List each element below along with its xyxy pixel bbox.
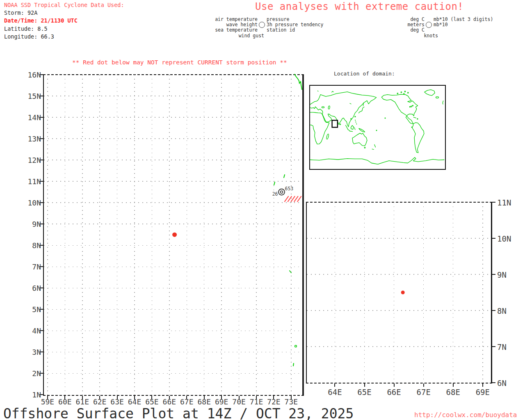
zoom-map-vgrid-66E — [394, 202, 395, 383]
domain-location-map — [309, 85, 446, 170]
zoom-map-ylabel-10N: 10N — [497, 234, 525, 243]
hispaniola — [417, 119, 418, 119]
storm-info-line-3: Latitude: 8.5 — [4, 25, 48, 33]
zoom-map-ytick-7N — [492, 346, 495, 347]
zoom-map-vgrid-64E — [335, 202, 336, 383]
north-america-coastline — [381, 94, 418, 124]
main-map-hgrid-13N — [44, 138, 302, 139]
zoom-map-ylabel-8N: 8N — [497, 306, 525, 315]
main-map-ylabel-16N: 16N — [12, 71, 41, 79]
lake-baikal — [350, 103, 351, 104]
australia-coastline — [352, 133, 367, 146]
zoom-map-ytick-10N — [492, 238, 495, 239]
tasmania — [364, 147, 365, 148]
offshore-surface-plot-page: Use analyses with extreme caution! ** Re… — [0, 0, 525, 420]
new-guinea — [359, 128, 365, 132]
station-legend-left-3: wind gust — [174, 33, 264, 39]
main-map-ylabel-2N: 2N — [12, 369, 41, 378]
main-map-hgrid-3N — [44, 352, 302, 353]
novaya-zemlya — [332, 91, 333, 92]
station-legend-left-2: sea temperature — [167, 27, 258, 33]
storm-info-line-1: Storm: 92A — [4, 9, 37, 17]
main-map-ylabel-8N: 8N — [12, 241, 41, 250]
main-map-ylabel-1N: 1N — [12, 390, 41, 399]
great-lakes-3 — [413, 105, 413, 106]
main-map-hgrid-4N — [44, 331, 302, 331]
main-map-hgrid-10N — [44, 202, 302, 203]
zoom-map-xtick-68E — [453, 383, 454, 387]
main-map-vgrid-61E — [82, 75, 83, 395]
java — [349, 131, 352, 132]
main-map-vgrid-60E — [65, 75, 66, 395]
station-circle-icon — [259, 22, 265, 28]
zoom-chart-frame — [306, 202, 492, 383]
main-map-hgrid-9N — [44, 224, 302, 224]
zoom-map-xlabel-67E: 67E — [411, 388, 436, 397]
fiji — [376, 130, 377, 131]
new-zealand-north — [374, 145, 376, 147]
domain-box-marker — [332, 120, 338, 127]
zoom-map-hgrid-8N — [307, 310, 491, 311]
main-map-hgrid-12N — [44, 160, 302, 160]
south-america-coastline — [412, 123, 424, 153]
main-map-hgrid-11N — [44, 181, 302, 182]
domain-box-layer — [332, 120, 338, 127]
zoom-map-xlabel-69E: 69E — [470, 388, 495, 397]
zoom-map-xlabel-68E: 68E — [441, 388, 466, 397]
taiwan — [355, 116, 356, 117]
iceland — [436, 97, 439, 98]
main-map-hgrid-6N — [44, 288, 302, 289]
zoom-map-hgrid-9N — [307, 274, 491, 275]
domain-map-title: Location of domain: — [334, 71, 395, 77]
main-map-ylabel-5N: 5N — [12, 305, 41, 314]
sulawesi — [354, 128, 355, 130]
zoom-map-ylabel-9N: 9N — [497, 270, 525, 279]
main-map-ylabel-13N: 13N — [12, 135, 41, 143]
main-map-vgrid-64E — [134, 75, 135, 395]
zoom-map-ylabel-6N: 6N — [497, 379, 525, 388]
zoom-map-ytick-11N — [492, 202, 495, 203]
main-map-ylabel-9N: 9N — [12, 220, 41, 228]
zoom-map-xtick-69E — [482, 383, 483, 387]
main-map-vgrid-71E — [256, 75, 257, 395]
units-circle-icon — [426, 22, 432, 28]
greenland-coastline — [425, 90, 435, 96]
units-legend-left-3: knots — [348, 33, 438, 39]
storm-info-line-4: Longitude: 66.3 — [4, 33, 54, 41]
zoom-map-vgrid-68E — [453, 202, 454, 383]
red-dot-warning: ** Red dot below may NOT represent CURRE… — [72, 59, 287, 66]
main-map-hgrid-5N — [44, 309, 302, 310]
philippines-1 — [355, 120, 356, 121]
africa-coastline — [310, 112, 329, 144]
storm-info-line-0: NOAA SSD Tropical Cyclone Data Used: — [4, 1, 124, 9]
arctic-island-4 — [408, 92, 409, 93]
main-map-ylabel-11N: 11N — [12, 177, 41, 186]
main-map-vgrid-59E — [47, 75, 48, 395]
main-map-vgrid-66E — [169, 75, 170, 395]
zoom-map-ylabel-7N: 7N — [497, 342, 525, 352]
caution-headline: Use analyses with extreme caution! — [255, 1, 463, 12]
zoom-map-vgrid-65E — [364, 202, 365, 383]
zoom-map-xtick-65E — [364, 383, 365, 387]
great-lakes-2 — [410, 107, 411, 107]
zoom-map-xlabel-64E: 64E — [322, 388, 347, 397]
zoom-map-hgrid-10N — [307, 238, 491, 239]
hawaii — [385, 118, 386, 119]
hainan — [351, 119, 352, 119]
zoom-map-xlabel-66E: 66E — [382, 388, 406, 397]
main-map-ylabel-7N: 7N — [12, 262, 41, 271]
sumatra — [346, 125, 350, 130]
caspian-sea — [328, 106, 330, 110]
zoom-map-xlabel-65E: 65E — [352, 388, 377, 397]
sri-lanka — [340, 124, 340, 125]
zoom-map-ytick-8N — [492, 310, 495, 311]
main-map-vgrid-63E — [117, 75, 118, 395]
main-map-hgrid-14N — [44, 117, 302, 118]
storm-info-line-2: Date/Time: 21/1130 UTC — [4, 17, 78, 25]
units-legend-right-1: mb*10 — [434, 22, 448, 28]
galapagos — [411, 127, 412, 127]
main-map-vgrid-68E — [204, 75, 205, 395]
source-url-link[interactable]: http://coolwx.com/buoydata — [414, 411, 517, 419]
svalbard — [317, 91, 318, 91]
units-legend-left-2: deg C — [334, 27, 425, 33]
